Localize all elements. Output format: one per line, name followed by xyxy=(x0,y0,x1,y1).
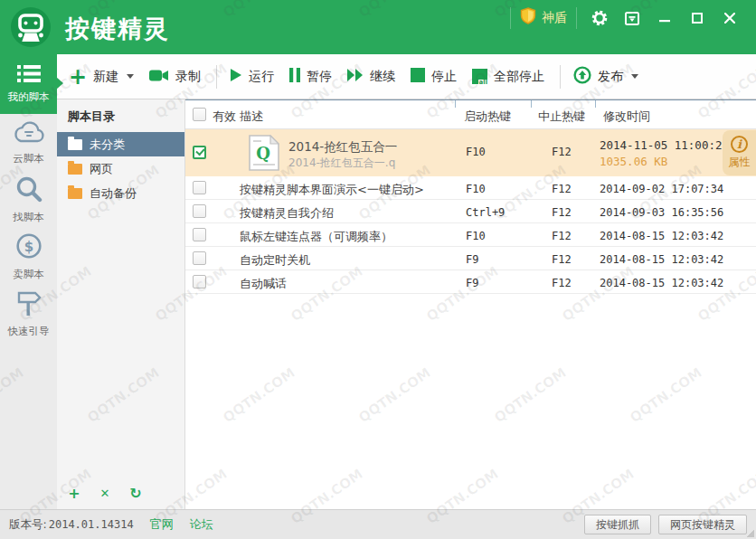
settings-gear-icon[interactable] xyxy=(586,7,613,29)
stop-hotkey: F12 xyxy=(552,253,572,266)
modified-time: 2014-11-05 11:00:22 xyxy=(600,138,729,152)
run-button[interactable]: 运行 xyxy=(230,68,274,85)
select-all-checkbox[interactable] xyxy=(193,108,206,121)
col-modified[interactable]: 修改时间 xyxy=(603,109,650,125)
continue-button[interactable]: 继续 xyxy=(347,68,395,85)
stop-all-button[interactable]: all 全部停止 xyxy=(472,69,544,85)
col-description[interactable]: 描述 xyxy=(240,109,263,125)
add-folder-button[interactable]: + xyxy=(66,485,82,502)
maximize-button[interactable] xyxy=(684,7,711,29)
table-row[interactable]: 鼠标左键连点器（可调频率） F10 F12 2014-08-15 12:03:4… xyxy=(185,223,756,247)
app-logo-robot-icon xyxy=(11,7,51,47)
table-row[interactable]: 自动定时关机 F9 F12 2014-08-15 12:03:42 xyxy=(185,247,756,270)
version-label: 版本号: xyxy=(9,517,47,533)
list-icon xyxy=(17,65,41,85)
main-toolbar: + 新建 录制 运行 暂停 xyxy=(57,54,756,99)
table-row[interactable]: 按键精灵脚本界面演示<一键启动> F10 F12 2014-09-02 17:0… xyxy=(185,176,756,200)
script-filename: 2014-抢红包五合一.q xyxy=(288,156,395,171)
sidebar-item-label: 快速引导 xyxy=(8,325,50,338)
publish-upload-icon xyxy=(573,66,591,87)
refresh-button[interactable]: ↻ xyxy=(128,485,144,502)
official-site-link[interactable]: 官网 xyxy=(150,516,174,533)
status-bar: 版本号: 2014.01.14314 官网 论坛 按键抓抓 网页按键精灵 xyxy=(0,509,756,539)
folder-label: 未分类 xyxy=(90,137,125,153)
start-hotkey: F9 xyxy=(466,253,478,266)
script-directory-panel: 脚本目录 未分类 网页 自动备份 + ✕ ↻ xyxy=(57,99,185,509)
script-title: 按键精灵脚本界面演示<一键启动> xyxy=(240,182,424,198)
minimize-button[interactable] xyxy=(651,7,678,29)
shield-badge[interactable]: 神盾 xyxy=(520,7,567,29)
properties-button[interactable]: i 属性 xyxy=(723,130,756,175)
record-button[interactable]: 录制 xyxy=(149,69,201,85)
folder-item-web[interactable]: 网页 xyxy=(57,156,184,181)
table-header: 有效 描述 启动热键 中止热键 修改时间 xyxy=(185,99,756,129)
app-title: 按键精灵 xyxy=(65,13,170,45)
resize-grip[interactable] xyxy=(747,530,754,537)
folder-label: 自动备份 xyxy=(90,185,137,202)
stop-hotkey: F12 xyxy=(552,206,572,219)
sidebar-item-label: 我的脚本 xyxy=(8,90,50,104)
folder-icon xyxy=(68,139,82,150)
toolbar-divider xyxy=(560,65,561,89)
row-checkbox[interactable] xyxy=(193,275,206,288)
modified-time: 2014-08-15 12:03:42 xyxy=(600,277,723,289)
new-script-button[interactable]: + 新建 xyxy=(69,68,134,86)
modified-time: 2014-09-02 17:07:34 xyxy=(600,183,723,195)
stop-hotkey: F12 xyxy=(552,277,572,289)
pause-button[interactable]: 暂停 xyxy=(289,68,332,85)
web-qmacro-button[interactable]: 网页按键精灵 xyxy=(658,515,747,534)
folder-label: 网页 xyxy=(90,161,113,177)
title-bar: 按键精灵 神盾 xyxy=(0,0,756,54)
sidebar-item-sell-scripts[interactable]: $ 卖脚本 xyxy=(0,229,57,285)
row-checkbox[interactable] xyxy=(193,251,206,265)
modified-time: 2014-08-15 12:03:42 xyxy=(600,230,723,242)
toolbar-divider xyxy=(216,65,217,89)
start-hotkey: F9 xyxy=(466,277,478,289)
sidebar-item-quick-guide[interactable]: 快速引导 xyxy=(0,286,57,342)
publish-button[interactable]: 发布 xyxy=(573,66,638,87)
script-title: 鼠标左键连点器（可调频率） xyxy=(240,229,392,245)
pause-icon xyxy=(289,68,300,85)
fast-forward-icon xyxy=(347,68,364,85)
tray-hide-icon[interactable] xyxy=(619,7,646,29)
stop-hotkey: F12 xyxy=(552,146,572,158)
row-checkbox[interactable] xyxy=(193,146,206,159)
button-grab-tool[interactable]: 按键抓抓 xyxy=(584,515,651,534)
version-value: 2014.01.14314 xyxy=(49,518,134,531)
row-checkbox[interactable] xyxy=(193,204,206,218)
stop-button[interactable]: 停止 xyxy=(411,68,457,85)
row-checkbox[interactable] xyxy=(193,228,206,241)
folder-item-autobackup[interactable]: 自动备份 xyxy=(57,181,184,205)
titlebar-divider xyxy=(510,7,511,29)
stop-square-icon xyxy=(411,68,425,85)
sidebar-item-my-scripts[interactable]: 我的脚本 xyxy=(0,54,57,114)
properties-label: 属性 xyxy=(729,155,751,170)
table-row[interactable]: 按键精灵自我介绍 Ctrl+9 F12 2014-09-03 16:35:56 xyxy=(185,200,756,223)
forum-link[interactable]: 论坛 xyxy=(190,516,213,533)
table-row[interactable]: 自动喊话 F9 F12 2014-08-15 12:03:42 xyxy=(185,270,756,294)
column-divider xyxy=(531,100,532,108)
camera-icon xyxy=(149,69,169,85)
delete-folder-button[interactable]: ✕ xyxy=(97,487,113,500)
script-title: 按键精灵自我介绍 xyxy=(240,205,334,222)
modified-time: 2014-08-15 12:03:42 xyxy=(600,253,723,266)
sidebar-item-label: 找脚本 xyxy=(13,211,44,224)
shield-label: 神盾 xyxy=(542,10,567,26)
sidebar-item-find-scripts[interactable]: 找脚本 xyxy=(0,172,57,228)
folder-panel-toolbar: + ✕ ↻ xyxy=(66,485,144,502)
shield-icon xyxy=(520,7,536,29)
script-title: 自动喊话 xyxy=(240,276,287,292)
table-row-selected[interactable]: Q 2014-抢红包五合一 2014-抢红包五合一.q F10 F12 2014… xyxy=(185,129,756,176)
sidebar-item-label: 云脚本 xyxy=(13,152,44,165)
col-valid[interactable]: 有效 xyxy=(213,109,236,125)
app-window: 按键精灵 神盾 xyxy=(0,0,756,539)
play-icon xyxy=(230,68,242,85)
sidebar-item-cloud-scripts[interactable]: 云脚本 xyxy=(0,115,57,171)
col-start-hotkey[interactable]: 启动热键 xyxy=(464,109,511,125)
script-table: 有效 描述 启动热键 中止热键 修改时间 Q 2014-抢红包五合一 xyxy=(185,99,756,509)
close-button[interactable] xyxy=(716,7,743,29)
row-checkbox[interactable] xyxy=(193,181,206,194)
svg-text:$: $ xyxy=(24,239,33,255)
col-stop-hotkey[interactable]: 中止热键 xyxy=(538,109,585,125)
folder-item-uncategorized[interactable]: 未分类 xyxy=(57,132,184,156)
